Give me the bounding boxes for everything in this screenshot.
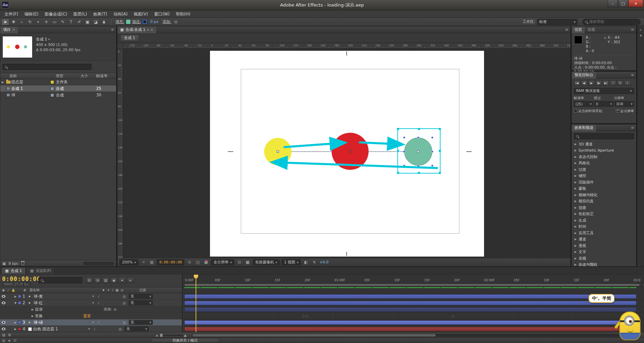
cyan-selection-handle[interactable] <box>439 150 441 152</box>
pick-whip-icon[interactable]: ◎ <box>123 320 129 325</box>
menu-item[interactable]: 动画(A) <box>110 10 131 18</box>
menu-item[interactable]: 效果(T) <box>90 10 110 18</box>
keyframe-icon[interactable] <box>306 315 308 317</box>
tab-effects-presets[interactable]: 效果和预设 <box>572 125 596 131</box>
hand-tool[interactable]: ✥ <box>10 19 17 25</box>
close-icon[interactable]: × <box>12 26 15 33</box>
effect-category-row[interactable]: ▶ 模拟仿真 <box>572 198 636 205</box>
skip-dropdown[interactable]: 0▾ <box>594 101 614 107</box>
loop-toggle[interactable]: ↻ <box>617 80 623 86</box>
composition-mini-flowchart-icon[interactable]: ⊟ <box>86 277 93 283</box>
timeline-layer-row-4[interactable]: ▶ 4 白色 固态层 1 ✦ ∕ ◎ 无▾ <box>0 326 182 332</box>
cyan-selection-handle[interactable] <box>418 128 420 130</box>
cyan-selection-handle[interactable] <box>439 128 441 130</box>
blue-selection-handle[interactable] <box>431 165 433 167</box>
graph-editor-toggle[interactable]: ≈ <box>127 277 134 283</box>
snapshot-icon[interactable]: ⊙ <box>186 260 193 265</box>
contents-group-row[interactable]: ▶ 目录 添加: ⊙ <box>0 306 182 313</box>
trash-icon[interactable] <box>21 262 24 265</box>
selection-tool[interactable]: ➤ <box>1 19 9 25</box>
horizontal-scrollbar[interactable] <box>83 262 114 265</box>
effect-category-row[interactable]: ▶ 通道 <box>572 236 636 243</box>
workspace-dropdown[interactable]: 标准 ▾ <box>537 19 578 25</box>
timeline-tab[interactable]: ▦ 渲染队列 × <box>26 267 54 274</box>
grid-and-guides-icon[interactable]: ⌗ <box>140 260 147 265</box>
stroke-label[interactable]: 描边: <box>132 19 141 24</box>
effect-category-row[interactable]: ▶ 色彩校正 <box>572 211 636 217</box>
timeline-horizontal-scrollbar[interactable] <box>192 334 634 337</box>
close-button[interactable]: × <box>628 0 643 7</box>
add-property-icon[interactable]: ⊙ <box>174 20 177 24</box>
expand-arrow-icon[interactable]: ▶ <box>574 200 579 203</box>
tab-project[interactable]: 项目 × <box>0 26 18 33</box>
status-icon[interactable]: ◈ <box>8 339 11 342</box>
project-item-ball[interactable]: 球 合成 30 <box>0 92 116 98</box>
region-of-interest-icon[interactable]: ⊡ <box>236 260 243 265</box>
last-frame-button[interactable]: ▶| <box>603 80 609 86</box>
maximize-button[interactable]: □ <box>618 0 628 7</box>
minimize-button[interactable]: – <box>608 0 618 7</box>
timeline-search-box[interactable] <box>38 277 82 283</box>
effect-category-row[interactable]: ▶ 生成 <box>572 217 636 224</box>
visibility-toggle[interactable] <box>0 328 7 330</box>
composition-canvas[interactable] <box>210 51 484 257</box>
label-color-chip[interactable] <box>50 80 54 84</box>
project-column-headers[interactable]: 名称 类型 大小 帧速率 <box>0 73 116 79</box>
expand-arrow-icon[interactable]: ▶ <box>574 168 579 171</box>
ime-mascot[interactable] <box>619 311 641 341</box>
menu-item[interactable]: 文件(F) <box>1 10 21 18</box>
effect-category-row[interactable]: ▶ 风格化 <box>572 160 636 167</box>
blue-selection-handle[interactable] <box>403 151 405 153</box>
parent-dropdown[interactable]: 无▾ <box>125 327 149 331</box>
layer-color-chip[interactable] <box>18 327 21 331</box>
pick-whip-icon[interactable]: ◎ <box>123 294 129 299</box>
effect-category-row[interactable]: ▶ 扭曲 <box>572 204 636 211</box>
panel-menu-icon[interactable]: ≡ <box>631 27 634 32</box>
eraser-tool[interactable]: ◪ <box>92 19 100 25</box>
blue-selection-handle[interactable] <box>417 137 419 139</box>
expand-arrow-icon[interactable]: ▶ <box>574 181 579 184</box>
layer-switches[interactable]: ✦ ∕ <box>92 295 123 298</box>
layer-color-chip[interactable] <box>18 295 21 298</box>
contents-bar-row[interactable] <box>183 306 644 313</box>
shy-toggle[interactable]: ◔ <box>94 277 101 283</box>
framerate-dropdown[interactable]: (25)▾ <box>574 101 593 107</box>
expand-arrow-icon[interactable]: ▶ <box>574 162 579 165</box>
transparency-grid-icon[interactable]: ▩ <box>245 260 251 265</box>
expand-arrow-icon[interactable]: ▶ <box>574 155 579 158</box>
ram-preview-options-dropdown[interactable]: RAM 预演选项 ▾ <box>574 88 634 94</box>
pick-whip-icon[interactable]: ◎ <box>123 301 129 305</box>
expand-arrow-icon[interactable]: ▶ <box>574 244 579 247</box>
unified-camera-tool[interactable]: ⌖ <box>34 19 42 25</box>
layer-bar-row[interactable] <box>183 319 644 326</box>
pixel-aspect-icon[interactable]: ◧ <box>303 260 309 265</box>
effects-search-box[interactable] <box>574 133 634 139</box>
menu-item[interactable]: 帮助(H) <box>173 10 193 18</box>
stroke-width-value[interactable]: 0 px <box>150 20 158 24</box>
expand-arrow-icon[interactable]: ▶ <box>13 295 18 298</box>
zoom-dropdown[interactable]: 200%▾ <box>120 259 138 265</box>
comp-mini-tab[interactable]: 合成 1 <box>120 35 139 42</box>
type-tool[interactable]: T <box>67 19 75 25</box>
toggle-switches-modes-button[interactable]: 切换开关 / 模式 <box>151 338 219 343</box>
project-search-box[interactable] <box>2 64 91 70</box>
expand-arrow-icon[interactable]: ▶ <box>0 81 5 84</box>
effect-category-row[interactable]: ▶ 蒙板 <box>572 186 636 192</box>
show-snapshot-icon[interactable]: ◫ <box>195 260 201 265</box>
cyan-selection-handle[interactable] <box>397 172 399 174</box>
timeline-column-headers[interactable]: ◉ ♪ 🔒 # 源名称 ♦ ✦ ∕ ▦ ◎ 父级 <box>0 287 182 293</box>
ime-widget[interactable]: 中'。半简 <box>589 292 643 342</box>
work-area-bar[interactable] <box>184 284 640 286</box>
view-layout-dropdown[interactable]: 1 视图▾ <box>282 259 301 265</box>
keyframe-icon[interactable] <box>452 315 454 317</box>
help-search-input[interactable] <box>589 20 634 24</box>
rotation-tool[interactable]: ↻ <box>26 19 34 25</box>
expand-arrow-icon[interactable]: ▶ <box>574 250 579 253</box>
pick-whip-icon[interactable]: ◎ <box>119 327 125 331</box>
menu-item[interactable]: 窗口(W) <box>151 10 173 18</box>
dock-icon[interactable]: ▪ <box>640 34 642 37</box>
status-icon[interactable]: ⊟ <box>13 339 16 342</box>
expand-arrow-icon[interactable]: ▶ <box>574 212 579 215</box>
timeline-tab[interactable]: ▦ 合成 1 × <box>1 267 26 274</box>
mask-visibility-icon[interactable]: ▥ <box>149 260 155 265</box>
